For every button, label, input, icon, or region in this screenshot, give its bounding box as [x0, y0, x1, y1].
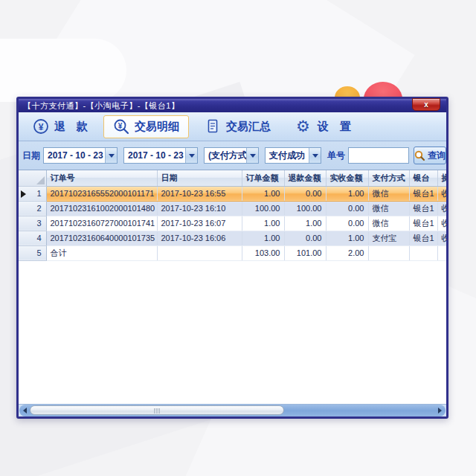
cell-refund: 0.00	[284, 231, 326, 245]
chevron-down-icon	[250, 154, 256, 158]
filter-bar: 日期 2017 - 10 - 23 2017 - 10 - 23 (支付方式) …	[19, 141, 446, 170]
pay-method-value: (支付方式)	[205, 148, 246, 163]
grid-corner-cell[interactable]	[19, 170, 46, 186]
svg-text:¥: ¥	[39, 122, 44, 132]
corner-triangle-icon	[36, 176, 45, 184]
chevron-down-icon	[312, 154, 318, 158]
cell-counter: 银台1	[409, 216, 437, 231]
column-header-received[interactable]: 实收金额	[326, 170, 368, 186]
column-header-order-no[interactable]: 订单号	[46, 170, 157, 186]
cell-operator: 收银员	[437, 216, 446, 231]
cell-order-no: 合计	[46, 245, 157, 260]
scroll-right-arrow-icon[interactable]	[438, 408, 442, 414]
chevron-down-icon	[189, 154, 195, 158]
column-header-method[interactable]: 支付方式	[368, 170, 409, 186]
cell-date: 2017-10-23 16:07	[157, 216, 242, 231]
current-row-indicator-icon	[21, 190, 26, 198]
row-number-cell: 3	[19, 216, 46, 231]
document-icon	[205, 118, 221, 135]
cell-operator	[437, 245, 446, 260]
row-number-cell: 4	[19, 231, 46, 245]
cell-counter: 银台1	[409, 231, 437, 245]
scroll-left-arrow-icon[interactable]	[23, 408, 27, 414]
date-to-dropdown-button[interactable]	[185, 148, 197, 163]
title-bar: 【十方支付通】-【小淘电子】-【银台1】 x	[19, 99, 446, 112]
chevron-down-icon	[109, 154, 115, 158]
cell-refund: 100.00	[284, 201, 326, 216]
pay-method-select[interactable]: (支付方式)	[204, 147, 259, 164]
column-header-amount[interactable]: 订单金额	[242, 170, 284, 186]
toolbar-transaction-summary-button[interactable]: 交易汇总	[195, 115, 280, 138]
toolbar: ¥ 退 款 ¥ 交易明细 交易汇总 ⚙ 设 置	[19, 112, 446, 141]
cell-method	[368, 245, 409, 260]
pay-status-value: 支付成功	[266, 148, 309, 163]
pay-status-dropdown-button[interactable]	[309, 148, 321, 163]
cell-received: 2.00	[326, 245, 368, 260]
cell-amount: 1.00	[242, 231, 284, 245]
horizontal-scrollbar[interactable]	[19, 405, 446, 416]
row-number-cell: 5	[19, 245, 46, 260]
pay-status-select[interactable]: 支付成功	[265, 147, 321, 164]
cell-operator: 收银员	[437, 186, 446, 201]
close-icon: x	[424, 100, 428, 109]
query-button[interactable]: 查询	[414, 147, 446, 164]
date-from-dropdown-button[interactable]	[105, 148, 117, 163]
table-row[interactable]: 1 20171023165552000101171 2017-10-23 16:…	[19, 186, 446, 201]
column-header-counter[interactable]: 银台	[409, 170, 437, 186]
svg-text:¥: ¥	[118, 122, 123, 130]
order-no-input[interactable]	[348, 147, 409, 164]
cell-order-no: 20171023160727000101741	[46, 216, 157, 231]
background-blob	[0, 39, 126, 102]
cell-order-no: 20171023165552000101171	[46, 186, 157, 201]
app-window: 【十方支付通】-【小淘电子】-【银台1】 x ¥ 退 款 ¥ 交易明细 交易汇总…	[16, 97, 448, 419]
column-header-operator[interactable]: 操作员	[437, 170, 446, 186]
grid-header-row: 订单号 日期 订单金额 退款金额 实收金额 支付方式 银台 操作员	[19, 170, 446, 186]
cell-counter: 银台1	[409, 186, 437, 201]
cell-method: 微信	[368, 186, 409, 201]
toolbar-transaction-detail-button[interactable]: ¥ 交易明细	[103, 115, 189, 138]
cell-received: 1.00	[326, 186, 368, 201]
gear-icon: ⚙	[296, 118, 312, 135]
toolbar-refund-button[interactable]: ¥ 退 款	[23, 115, 97, 138]
date-from-picker[interactable]: 2017 - 10 - 23	[43, 147, 118, 164]
cell-counter	[409, 245, 437, 260]
cell-date: 2017-10-23 16:10	[157, 201, 242, 216]
cell-amount: 1.00	[242, 186, 284, 201]
cell-method: 微信	[368, 201, 409, 216]
column-header-date[interactable]: 日期	[157, 170, 242, 186]
cell-method: 支付宝	[368, 231, 409, 245]
table-row-total[interactable]: 5 合计 103.00 101.00 2.00	[19, 245, 446, 260]
query-button-label: 查询	[428, 149, 446, 162]
cell-received: 1.00	[326, 231, 368, 245]
pay-method-dropdown-button[interactable]	[246, 148, 258, 163]
cell-order-no: 20171023161002000101480	[46, 201, 157, 216]
toolbar-label: 设 置	[318, 120, 351, 134]
row-number-cell: 2	[19, 201, 46, 216]
column-header-refund[interactable]: 退款金额	[284, 170, 326, 186]
cell-operator: 收银员	[437, 201, 446, 216]
toolbar-label: 交易明细	[135, 120, 179, 134]
table-row[interactable]: 4 20171023160640000101735 2017-10-23 16:…	[19, 231, 446, 245]
cell-amount: 100.00	[242, 201, 284, 216]
cell-received: 0.00	[326, 201, 368, 216]
close-button[interactable]: x	[412, 98, 440, 111]
cell-amount: 1.00	[242, 216, 284, 231]
toolbar-label: 退 款	[54, 120, 88, 134]
date-to-picker[interactable]: 2017 - 10 - 23	[123, 147, 198, 164]
date-label: 日期	[22, 149, 40, 162]
table-row[interactable]: 2 20171023161002000101480 2017-10-23 16:…	[19, 201, 446, 216]
scrollbar-grip-icon	[154, 408, 160, 414]
date-to-value: 2017 - 10 - 23	[124, 148, 185, 163]
toolbar-label: 交易汇总	[226, 120, 271, 134]
cell-refund: 1.00	[284, 216, 326, 231]
cell-operator: 收银员	[437, 231, 446, 245]
cell-amount: 103.00	[242, 245, 284, 260]
toolbar-settings-button[interactable]: ⚙ 设 置	[286, 115, 361, 138]
cell-date: 2017-10-23 16:06	[157, 231, 242, 245]
scrollbar-thumb[interactable]	[30, 405, 284, 415]
table-row[interactable]: 3 20171023160727000101741 2017-10-23 16:…	[19, 216, 446, 231]
date-from-value: 2017 - 10 - 23	[44, 148, 105, 163]
window-title: 【十方支付通】-【小淘电子】-【银台1】	[19, 100, 179, 112]
cell-date: 2017-10-23 16:55	[157, 186, 242, 201]
cell-order-no: 20171023160640000101735	[46, 231, 157, 245]
